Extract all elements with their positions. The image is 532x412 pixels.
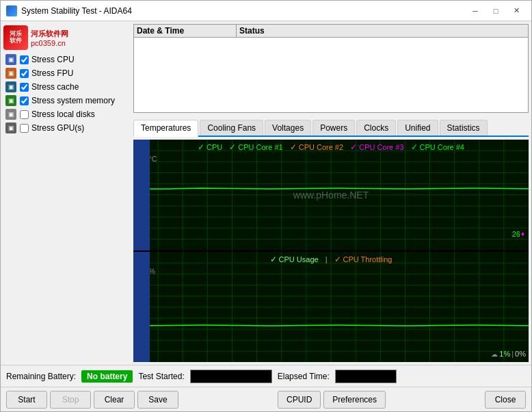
tab-statistics[interactable]: Statistics bbox=[440, 120, 488, 136]
stress-memory-checkbox[interactable] bbox=[20, 96, 29, 105]
minimize-button[interactable]: ─ bbox=[466, 4, 485, 18]
stress-fpu-checkbox[interactable] bbox=[20, 69, 29, 78]
status-col-header: Status bbox=[237, 25, 528, 37]
temperature-chart: ✓ CPU ✓ CPU Core #1 ✓ CPU Core #2 ✓ CPU … bbox=[133, 140, 529, 250]
cpu-chart-grid bbox=[133, 252, 529, 363]
legend-separator: | bbox=[325, 255, 328, 264]
status-table-body bbox=[134, 38, 528, 112]
window-title: System Stability Test - AIDA64 bbox=[21, 6, 466, 16]
status-table-header: Date & Time Status bbox=[134, 25, 528, 38]
preferences-button[interactable]: Preferences bbox=[323, 391, 386, 409]
status-table: Date & Time Status bbox=[133, 24, 529, 113]
tab-unified[interactable]: Unified bbox=[397, 120, 438, 136]
stress-fpu-icon: ▣ bbox=[5, 67, 17, 79]
test-started-label: Test Started: bbox=[138, 372, 184, 381]
close-button[interactable]: Close bbox=[485, 391, 526, 409]
legend-cpu-usage: ✓CPU Usage bbox=[270, 255, 319, 264]
stop-button[interactable]: Stop bbox=[50, 391, 91, 409]
chart-left-bar bbox=[133, 140, 150, 250]
bottom-chart-legend: ✓CPU Usage|✓CPU Throttling bbox=[270, 255, 393, 264]
stress-cache-label: Stress cache bbox=[31, 82, 79, 92]
right-panel: Date & Time Status TemperaturesCooling F… bbox=[133, 24, 529, 362]
start-button[interactable]: Start bbox=[6, 391, 47, 409]
stress-gpu-checkbox[interactable] bbox=[20, 124, 29, 133]
stress-gpu-label: Stress GPU(s) bbox=[31, 123, 84, 133]
main-window: System Stability Test - AIDA64 ─ □ ✕ 河乐软… bbox=[0, 0, 532, 412]
cpu-usage-values: ☁ 1% | 0% bbox=[491, 350, 526, 358]
window-controls: ─ □ ✕ bbox=[466, 4, 526, 18]
stress-cpu-icon: ▣ bbox=[5, 53, 17, 66]
watermark-area: 河乐软件 河乐软件网 pc0359.cn bbox=[3, 25, 131, 50]
charts-area: ✓ CPU ✓ CPU Core #1 ✓ CPU Core #2 ✓ CPU … bbox=[133, 140, 529, 362]
stress-options-panel: 河乐软件 河乐软件网 pc0359.cn ▣ Stress CPU ▣ Stre… bbox=[3, 24, 131, 362]
stress-cpu-checkbox[interactable] bbox=[20, 55, 29, 64]
tab-voltages[interactable]: Voltages bbox=[265, 120, 311, 136]
cpu-throttle-value: 0% bbox=[515, 350, 526, 358]
tab-clocks[interactable]: Clocks bbox=[356, 120, 396, 136]
test-started-value bbox=[190, 370, 272, 383]
top-chart-legend: ✓ CPU ✓ CPU Core #1 ✓ CPU Core #2 ✓ CPU … bbox=[198, 142, 464, 152]
temp-value: 26 bbox=[512, 230, 520, 238]
elapsed-value bbox=[335, 370, 397, 383]
main-content: 河乐软件 河乐软件网 pc0359.cn ▣ Stress CPU ▣ Stre… bbox=[1, 21, 531, 365]
stress-option-stress-gpu: ▣ Stress GPU(s) bbox=[3, 121, 131, 135]
stress-option-stress-fpu: ▣ Stress FPU bbox=[3, 66, 131, 80]
legend-cpu-throttling: ✓CPU Throttling bbox=[334, 255, 393, 264]
button-bar: Start Stop Clear Save CPUID Preferences … bbox=[1, 387, 531, 411]
chart-grid bbox=[133, 140, 529, 250]
stress-option-stress-local: ▣ Stress local disks bbox=[3, 107, 131, 121]
battery-value: No battery bbox=[81, 370, 133, 383]
stress-option-stress-cache: ▣ Stress cache bbox=[3, 80, 131, 94]
legend-item-cpucore#4: ✓ CPU Core #4 bbox=[411, 142, 464, 152]
stress-cpu-label: Stress CPU bbox=[31, 55, 75, 64]
status-bar: Remaining Battery: No battery Test Start… bbox=[1, 365, 531, 387]
stress-cache-icon: ▣ bbox=[5, 81, 17, 93]
legend-item-cpucore#1: ✓ CPU Core #1 bbox=[229, 142, 282, 152]
stress-local-icon: ▣ bbox=[5, 108, 17, 120]
stress-option-stress-memory: ▣ Stress system memory bbox=[3, 94, 131, 107]
title-bar: System Stability Test - AIDA64 ─ □ ✕ bbox=[1, 1, 531, 21]
stress-cache-checkbox[interactable] bbox=[20, 83, 29, 92]
watermark-text: 河乐软件网 pc0359.cn bbox=[31, 29, 68, 47]
legend-item-cpucore#3: ✓ CPU Core #3 bbox=[350, 142, 403, 152]
datetime-col-header: Date & Time bbox=[134, 25, 237, 37]
window-close-button[interactable]: ✕ bbox=[507, 4, 526, 18]
stress-local-label: Stress local disks bbox=[31, 110, 95, 119]
cpu-usage-value: 1% bbox=[499, 350, 510, 358]
tab-powers[interactable]: Powers bbox=[312, 120, 355, 136]
tab-temperatures[interactable]: Temperatures bbox=[133, 120, 198, 137]
stress-gpu-icon: ▣ bbox=[5, 122, 17, 134]
stress-option-stress-cpu: ▣ Stress CPU bbox=[3, 53, 131, 66]
stress-memory-label: Stress system memory bbox=[31, 96, 115, 105]
tabs-bar: TemperaturesCooling FansVoltagesPowersCl… bbox=[133, 120, 529, 137]
cpu-chart-left-bar bbox=[133, 252, 150, 363]
app-icon bbox=[6, 5, 17, 16]
stress-fpu-label: Stress FPU bbox=[31, 68, 73, 78]
battery-label: Remaining Battery: bbox=[6, 372, 76, 381]
save-button[interactable]: Save bbox=[137, 391, 178, 409]
stress-memory-icon: ▣ bbox=[5, 94, 17, 107]
chart-current-values: 26 ♦ bbox=[512, 230, 524, 238]
maximize-button[interactable]: □ bbox=[486, 4, 505, 18]
tab-cooling-fans[interactable]: Cooling Fans bbox=[200, 120, 263, 136]
watermark-logo: 河乐软件 bbox=[3, 25, 28, 50]
stress-local-checkbox[interactable] bbox=[20, 110, 29, 119]
cpu-usage-chart: ✓CPU Usage|✓CPU Throttling 100% 0% ☁ 1% … bbox=[133, 252, 529, 363]
cpuid-button[interactable]: CPUID bbox=[278, 391, 321, 409]
legend-item-cpu: ✓ CPU bbox=[198, 142, 222, 152]
clear-button[interactable]: Clear bbox=[94, 391, 135, 409]
checkbox-list: ▣ Stress CPU ▣ Stress FPU ▣ Stress cache… bbox=[3, 53, 131, 135]
legend-item-cpucore#2: ✓ CPU Core #2 bbox=[290, 142, 343, 152]
elapsed-label: Elapsed Time: bbox=[278, 372, 330, 381]
